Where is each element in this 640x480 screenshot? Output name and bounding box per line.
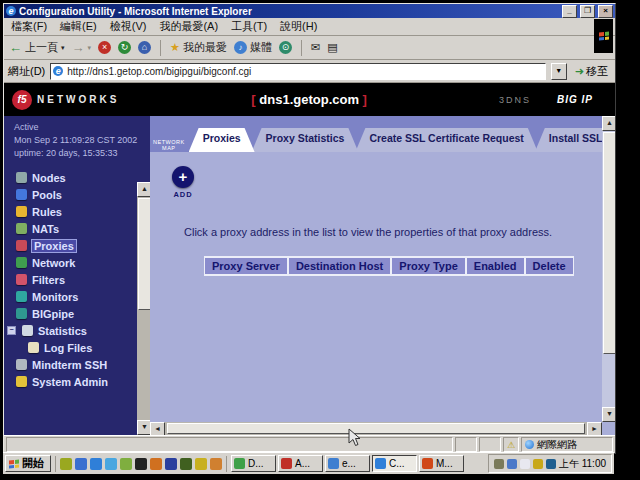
table-header-enabled[interactable]: Enabled: [466, 256, 525, 276]
link-bigip[interactable]: BIG IP: [557, 94, 593, 105]
tree-expander-icon[interactable]: −: [7, 326, 16, 335]
sidebar-item-filters[interactable]: Filters: [4, 271, 150, 288]
menu-item-v[interactable]: 檢視(V): [110, 19, 147, 34]
stop-icon[interactable]: ×: [98, 41, 111, 54]
address-input[interactable]: e http://dns1.getop.com/bigipgui/bigconf…: [50, 63, 546, 80]
media-label: 媒體: [250, 40, 272, 55]
quick-launch-icon[interactable]: [180, 458, 192, 470]
scroll-down-icon[interactable]: ▼: [602, 407, 615, 422]
taskbar-button-m[interactable]: M...: [419, 455, 464, 472]
favorites-button[interactable]: ★ 我的最愛: [170, 40, 227, 55]
status-pane: [479, 437, 501, 452]
tray-icon[interactable]: [546, 459, 556, 469]
system-datetime: Mon Sep 2 11:09:28 CST 2002: [14, 134, 150, 147]
sidebar-item-label: Nodes: [32, 172, 66, 184]
back-button[interactable]: ← 上一頁 ▾: [9, 40, 65, 55]
sidebar-item-proxies[interactable]: Proxies: [4, 237, 150, 254]
main-vertical-scrollbar[interactable]: ▲ ▼: [602, 116, 615, 422]
quick-launch-icon[interactable]: [60, 458, 72, 470]
refresh-icon[interactable]: ↻: [118, 41, 131, 54]
menu-item-f[interactable]: 檔案(F): [11, 19, 47, 34]
quick-launch-icon[interactable]: [135, 458, 147, 470]
scroll-left-icon[interactable]: ◄: [150, 422, 165, 435]
sidebar-item-nats[interactable]: NATs: [4, 220, 150, 237]
media-icon: ♪: [234, 41, 247, 54]
start-button[interactable]: 開始: [5, 455, 51, 472]
scroll-down-icon[interactable]: ▼: [137, 420, 150, 435]
sidebar-item-network[interactable]: Network: [4, 254, 150, 271]
quick-launch-icon[interactable]: [210, 458, 222, 470]
f5-logo-icon[interactable]: f5: [12, 90, 32, 110]
print-icon[interactable]: ▤: [327, 41, 337, 54]
tab-proxy-statistics[interactable]: Proxy Statistics: [252, 128, 359, 152]
table-header-destination-host[interactable]: Destination Host: [288, 256, 391, 276]
table-header-proxy-server[interactable]: Proxy Server: [204, 256, 288, 276]
menu-item-t[interactable]: 工具(T): [231, 19, 267, 34]
taskbar-button-e[interactable]: e...: [325, 455, 370, 472]
scroll-right-icon[interactable]: ►: [587, 422, 602, 435]
maximize-button[interactable]: ❐: [580, 5, 595, 18]
sidebar-item-label: Statistics: [38, 325, 87, 337]
taskbar-button-a[interactable]: A...: [278, 455, 323, 472]
network-map-button[interactable]: NETWORK MAP: [153, 138, 185, 151]
tray-icon[interactable]: [533, 459, 543, 469]
address-dropdown-button[interactable]: ▼: [551, 63, 567, 80]
network-icon: [16, 257, 27, 268]
tray-icon[interactable]: [507, 459, 517, 469]
sidebar-item-log-files[interactable]: Log Files: [4, 339, 150, 356]
sidebar-item-bigpipe[interactable]: BIGpipe: [4, 305, 150, 322]
scroll-up-icon[interactable]: ▲: [137, 182, 150, 197]
mail-icon[interactable]: ✉: [311, 41, 320, 54]
unit-status: Active: [14, 121, 150, 134]
sidebar-item-label: NATs: [32, 223, 59, 235]
sidebar-item-mindterm-ssh[interactable]: Mindterm SSH: [4, 356, 150, 373]
quick-launch-icon[interactable]: [75, 458, 87, 470]
quick-launch-icon[interactable]: [90, 458, 102, 470]
app-icon: [281, 458, 292, 469]
menu-item-h[interactable]: 說明(H): [280, 19, 317, 34]
table-header-delete[interactable]: Delete: [525, 256, 574, 276]
taskbar-button-d[interactable]: D...: [231, 455, 276, 472]
back-dropdown-icon[interactable]: ▾: [61, 44, 65, 52]
table-header-proxy-type[interactable]: Proxy Type: [391, 256, 466, 276]
main-horizontal-scrollbar[interactable]: ◄ ►: [150, 422, 602, 435]
sidebar-item-nodes[interactable]: Nodes: [4, 169, 150, 186]
go-button[interactable]: ➜ 移至: [572, 64, 611, 79]
title-bar[interactable]: e Configuration Utility - Microsoft Inte…: [4, 4, 615, 18]
scrollbar-thumb[interactable]: [167, 423, 585, 434]
scrollbar-thumb[interactable]: [603, 132, 615, 354]
quick-launch-icon[interactable]: [165, 458, 177, 470]
forward-button[interactable]: → ▾: [72, 40, 92, 55]
sidebar-item-label: Mindterm SSH: [32, 359, 107, 371]
home-icon[interactable]: ⌂: [138, 41, 151, 54]
sidebar-item-rules[interactable]: Rules: [4, 203, 150, 220]
tray-icon[interactable]: [494, 459, 504, 469]
add-proxy-control[interactable]: + ADD: [172, 166, 194, 199]
sidebar-item-statistics[interactable]: −Statistics: [4, 322, 150, 339]
scrollbar-thumb[interactable]: [138, 198, 150, 310]
taskbar-button-c[interactable]: C...: [372, 455, 417, 472]
close-button[interactable]: ×: [598, 5, 613, 18]
minimize-button[interactable]: _: [562, 5, 577, 18]
network-map-label: NETWORK MAP: [153, 139, 185, 151]
quick-launch-icon[interactable]: [120, 458, 132, 470]
quick-launch-icon[interactable]: [150, 458, 162, 470]
tray-icon[interactable]: [520, 459, 530, 469]
history-icon[interactable]: ⊙: [279, 41, 292, 54]
sidebar-item-monitors[interactable]: Monitors: [4, 288, 150, 305]
add-button[interactable]: +: [172, 166, 194, 188]
system-tray: 上午 11:00: [488, 454, 612, 473]
sidebar-item-system-admin[interactable]: System Admin: [4, 373, 150, 390]
menu-item-e[interactable]: 編輯(E): [60, 19, 97, 34]
forward-dropdown-icon[interactable]: ▾: [88, 44, 92, 52]
sidebar-item-pools[interactable]: Pools: [4, 186, 150, 203]
sidebar-scrollbar[interactable]: ▲ ▼: [137, 182, 150, 435]
quick-launch-icon[interactable]: [195, 458, 207, 470]
menu-item-a[interactable]: 我的最愛(A): [159, 19, 218, 34]
tab-proxies[interactable]: Proxies: [189, 128, 255, 152]
quick-launch-icon[interactable]: [105, 458, 117, 470]
media-button[interactable]: ♪ 媒體: [234, 40, 272, 55]
tab-create-ssl-certificate-request[interactable]: Create SSL Certificate Request: [355, 128, 537, 152]
scroll-up-icon[interactable]: ▲: [602, 116, 615, 131]
link-3dns[interactable]: 3DNS: [499, 95, 531, 105]
